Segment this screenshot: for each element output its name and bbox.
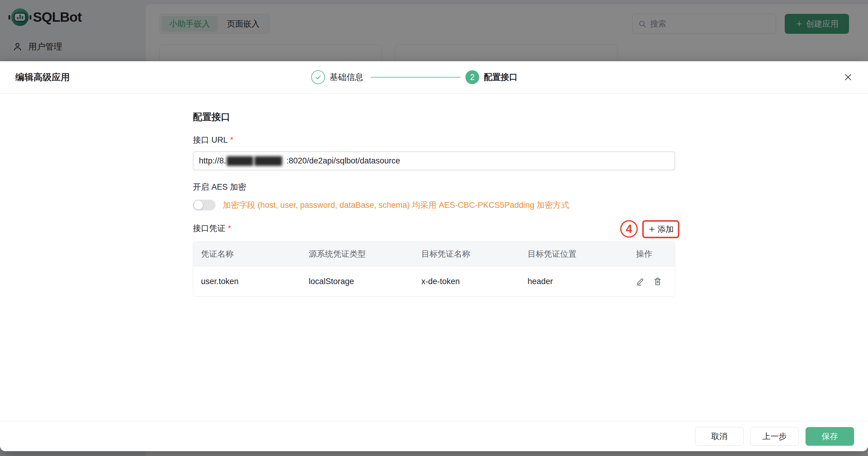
required-asterisk: *: [230, 135, 234, 144]
cell-target-name: x-de-token: [413, 277, 520, 286]
row-actions: [628, 277, 675, 286]
annotation-highlight-box: 添加: [642, 220, 679, 238]
aes-switch-label: 开启 AES 加密: [193, 183, 675, 191]
edit-advanced-app-modal: 编辑高级应用 基础信息 2 配置接口 配置接口 接: [0, 61, 868, 451]
credentials-header-row: 接口凭证* 4 添加: [193, 220, 675, 239]
cell-target-position: header: [520, 277, 628, 286]
modal-title: 编辑高级应用: [16, 71, 70, 84]
column-header: 目标凭证位置: [520, 249, 628, 259]
step-indicator: 基础信息 2 配置接口: [311, 70, 518, 84]
url-field-label: 接口 URL*: [193, 136, 675, 144]
add-credential-button[interactable]: 添加: [648, 224, 674, 235]
cell-credential-name: user.token: [193, 277, 301, 286]
redacted-text: [254, 156, 282, 166]
credentials-table: 凭证名称 源系统凭证类型 目标凭证名称 目标凭证位置 操作 user.token…: [193, 241, 675, 297]
toggle-knob: [194, 201, 203, 209]
required-asterisk: *: [228, 224, 231, 233]
column-header: 凭证名称: [193, 249, 301, 259]
aes-encryption-hint: 加密字段 (host, user, password, dataBase, sc…: [223, 200, 569, 210]
cell-source-type: localStorage: [301, 277, 413, 286]
delete-icon[interactable]: [653, 277, 662, 286]
column-header: 源系统凭证类型: [301, 249, 413, 259]
cancel-button[interactable]: 取消: [695, 427, 744, 446]
check-icon: [314, 73, 322, 81]
aes-toggle[interactable]: [193, 200, 216, 210]
section-title: 配置接口: [193, 112, 675, 122]
modal-footer: 取消 上一步 保存: [0, 421, 868, 451]
step-1-done-circle: [311, 70, 325, 84]
step-2-circle: 2: [465, 70, 479, 84]
url-value-prefix: http://8.: [199, 156, 226, 166]
modal-header: 编辑高级应用 基础信息 2 配置接口: [0, 61, 868, 94]
plus-icon: [648, 225, 656, 233]
annotation-step-number: 4: [620, 220, 638, 238]
redacted-text: [227, 156, 253, 166]
aes-row: 加密字段 (host, user, password, dataBase, sc…: [193, 200, 675, 210]
url-input[interactable]: http://8. :8020/de2api/sqlbot/datasource: [193, 152, 675, 170]
save-button[interactable]: 保存: [806, 427, 854, 446]
edit-icon[interactable]: [636, 277, 645, 286]
column-header: 操作: [628, 249, 675, 259]
modal-body: 配置接口 接口 URL* http://8. :8020/de2api/sqlb…: [193, 94, 675, 297]
credentials-label: 接口凭证*: [193, 224, 231, 232]
table-header-row: 凭证名称 源系统凭证类型 目标凭证名称 目标凭证位置 操作: [193, 242, 675, 266]
column-header: 目标凭证名称: [413, 249, 520, 259]
step-2-label: 配置接口: [484, 71, 518, 83]
step-connector: [371, 77, 461, 77]
url-value-suffix: :8020/de2api/sqlbot/datasource: [286, 156, 400, 166]
table-row: user.token localStorage x-de-token heade…: [193, 266, 675, 296]
previous-step-button[interactable]: 上一步: [750, 427, 799, 446]
step-1-label: 基础信息: [330, 71, 363, 83]
close-icon[interactable]: [842, 71, 854, 83]
